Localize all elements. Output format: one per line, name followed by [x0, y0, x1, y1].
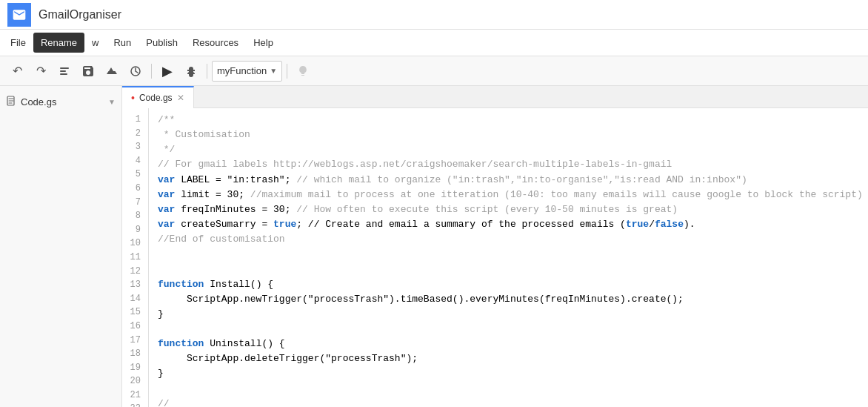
- line-number: 19: [122, 361, 144, 375]
- code-line: function Uninstall() {: [158, 337, 868, 351]
- code-line: var createSumarry = true; // Create and …: [158, 217, 868, 232]
- main-area: Code.gs ▼ • Code.gs ✕ 123456789101112131…: [0, 86, 868, 407]
- menu-w[interactable]: w: [84, 33, 106, 53]
- line-numbers: 1234567891011121314151617181920212223242…: [122, 108, 149, 407]
- line-number: 9: [122, 223, 144, 237]
- code-line: [158, 322, 868, 337]
- code-editor[interactable]: 1234567891011121314151617181920212223242…: [122, 108, 868, 407]
- function-selector[interactable]: myFunction ▼: [212, 61, 282, 82]
- line-number: 13: [122, 278, 144, 292]
- line-number: 16: [122, 320, 144, 334]
- function-selector-chevron: ▼: [270, 67, 277, 75]
- line-number: 21: [122, 388, 144, 403]
- code-line: ScriptApp.newTrigger("processTrash").tim…: [158, 292, 868, 307]
- svg-rect-1: [60, 70, 66, 72]
- file-icon: [6, 96, 16, 108]
- redo-button[interactable]: ↷: [30, 61, 52, 82]
- title-bar: GmailOrganiser: [0, 0, 868, 30]
- save-button[interactable]: [77, 61, 99, 82]
- line-number: 7: [122, 196, 144, 210]
- line-number: 20: [122, 374, 144, 388]
- line-number: 2: [122, 127, 144, 141]
- code-line: [158, 382, 868, 397]
- tab-close-button[interactable]: ✕: [177, 93, 184, 103]
- line-number: 18: [122, 347, 144, 361]
- toolbar-separator-1: [151, 64, 152, 79]
- line-number: 10: [122, 236, 144, 251]
- code-line: }: [158, 366, 868, 381]
- menu-file[interactable]: File: [3, 33, 33, 53]
- sidebar: Code.gs ▼: [0, 86, 122, 407]
- line-number: 11: [122, 251, 144, 265]
- format-button[interactable]: [53, 61, 76, 82]
- code-line: //: [158, 397, 868, 407]
- line-number: 6: [122, 182, 144, 196]
- line-number: 3: [122, 140, 144, 154]
- code-line: [158, 247, 868, 262]
- code-line: var LABEL = "in:trash"; // which mail to…: [158, 173, 868, 188]
- code-line: //End of customisation: [158, 232, 868, 247]
- code-line: ScriptApp.deleteTrigger("processTrash");: [158, 351, 868, 366]
- app-title: GmailOrganiser: [39, 8, 121, 21]
- line-number: 15: [122, 305, 144, 320]
- tab-modified-dot: •: [131, 92, 135, 104]
- clock-button[interactable]: [124, 61, 147, 82]
- line-number: 8: [122, 209, 144, 223]
- line-number: 1: [122, 113, 144, 127]
- line-number: 5: [122, 168, 144, 182]
- code-line: var limit = 30; //maximum mail to proces…: [158, 188, 868, 202]
- editor-area: • Code.gs ✕ 1234567891011121314151617181…: [122, 86, 868, 407]
- drive-button[interactable]: [101, 61, 123, 82]
- function-name: myFunction: [217, 65, 267, 76]
- toolbar-separator-2: [207, 64, 207, 79]
- tab-label: Code.gs: [139, 93, 173, 103]
- undo-button[interactable]: ↶: [6, 61, 28, 82]
- line-number: 12: [122, 265, 144, 279]
- code-line: * Customisation: [158, 128, 868, 142]
- run-button[interactable]: ▶: [156, 61, 178, 82]
- menu-help[interactable]: Help: [246, 33, 281, 53]
- svg-rect-0: [60, 67, 69, 69]
- sidebar-file-label: Code.gs: [21, 96, 104, 107]
- debug-button[interactable]: [180, 61, 202, 82]
- menu-resources[interactable]: Resources: [185, 33, 246, 53]
- svg-rect-2: [60, 73, 67, 75]
- code-line: }: [158, 307, 868, 322]
- line-number: 14: [122, 292, 144, 306]
- app-logo: [7, 3, 31, 27]
- toolbar: ↶ ↷ ▶ myFunction ▼: [0, 56, 868, 86]
- tab-code-gs[interactable]: • Code.gs ✕: [122, 86, 194, 108]
- code-line: */: [158, 142, 868, 157]
- code-line: /**: [158, 113, 868, 128]
- menu-rename[interactable]: Rename: [33, 33, 84, 53]
- menu-run[interactable]: Run: [106, 33, 138, 53]
- menu-bar: File Rename w Run Publish Resources Help: [0, 30, 868, 56]
- code-line: function Install() {: [158, 277, 868, 292]
- sidebar-file-item[interactable]: Code.gs ▼: [0, 92, 121, 112]
- code-line: var freqInMinutes = 30; // How often to …: [158, 202, 868, 217]
- code-line: [158, 262, 868, 277]
- line-number: 17: [122, 334, 144, 348]
- lightbulb-button[interactable]: [292, 61, 314, 82]
- line-number: 22: [122, 402, 144, 407]
- menu-publish[interactable]: Publish: [138, 33, 185, 53]
- tabs-bar: • Code.gs ✕: [122, 86, 868, 108]
- code-line: // For gmail labels http://weblogs.asp.n…: [158, 157, 868, 172]
- sidebar-file-chevron: ▼: [108, 98, 116, 106]
- code-content[interactable]: /** * Customisation */// For gmail label…: [149, 108, 868, 407]
- line-number: 4: [122, 154, 144, 168]
- toolbar-separator-3: [287, 64, 287, 79]
